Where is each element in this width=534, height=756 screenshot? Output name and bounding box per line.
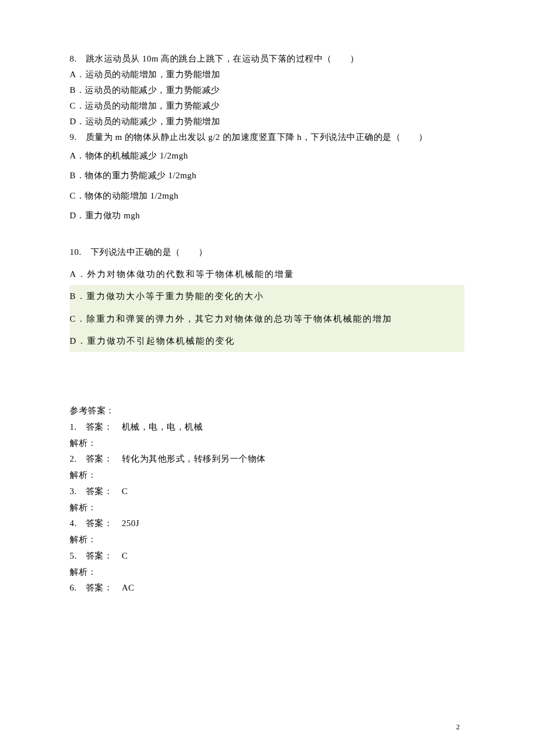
q9-option-b: B．物体的重力势能减少 1/2mgh [70,165,464,186]
q8-option-d: D．运动员的动能减少，重力势能增加 [70,114,464,129]
q8-option-a: A．运动员的动能增加，重力势能增加 [70,67,464,82]
q8-option-b: B．运动员的动能减少，重力势能减少 [70,82,464,98]
q9-option-d: D．重力做功 mgh [70,206,464,226]
answer-6: 6. 答案： AC [70,580,464,596]
answer-5: 5. 答案： C [70,548,464,564]
q10-option-b: B．重力做功大小等于重力势能的变化的大小 [70,285,464,307]
question-9: 9. 质量为 m 的物体从静止出发以 g/2 的加速度竖直下降 h，下列说法中正… [70,129,464,226]
answers-section: 参考答案： 1. 答案： 机械，电，电，机械 解析： 2. 答案： 转化为其他形… [70,403,464,596]
q10-option-c: C．除重力和弹簧的弹力外，其它力对物体做的总功等于物体机械能的增加 [70,308,464,330]
q8-option-c: C．运动员的动能增加，重力势能减少 [70,98,464,114]
answer-3-explain: 解析： [70,500,464,516]
page-number: 2 [456,723,460,732]
q9-option-c: C．物体的动能增加 1/2mgh [70,186,464,206]
answer-1: 1. 答案： 机械，电，电，机械 [70,419,464,435]
answer-5-explain: 解析： [70,564,464,581]
q8-stem: 8. 跳水运动员从 10m 高的跳台上跳下，在运动员下落的过程中（ ） [70,51,464,67]
q9-option-a: A．物体的机械能减少 1/2mgh [70,146,464,166]
question-10: 10. 下列说法中正确的是（ ） A．外力对物体做功的代数和等于物体机械能的增量… [70,241,464,352]
q10-option-d: D．重力做功不引起物体机械能的变化 [70,330,464,352]
q10-stem: 10. 下列说法中正确的是（ ） [70,241,464,263]
document-page: 8. 跳水运动员从 10m 高的跳台上跳下，在运动员下落的过程中（ ） A．运动… [0,0,534,756]
answer-3: 3. 答案： C [70,484,464,500]
answer-4: 4. 答案： 250J [70,516,464,532]
answers-header: 参考答案： [70,403,464,419]
question-8: 8. 跳水运动员从 10m 高的跳台上跳下，在运动员下落的过程中（ ） A．运动… [70,51,464,129]
answer-4-explain: 解析： [70,532,464,548]
q10-option-a: A．外力对物体做功的代数和等于物体机械能的增量 [70,263,464,285]
answer-1-explain: 解析： [70,435,464,452]
answer-2-explain: 解析： [70,467,464,484]
answer-2: 2. 答案： 转化为其他形式，转移到另一个物体 [70,451,464,467]
q9-stem: 9. 质量为 m 的物体从静止出发以 g/2 的加速度竖直下降 h，下列说法中正… [70,129,464,146]
